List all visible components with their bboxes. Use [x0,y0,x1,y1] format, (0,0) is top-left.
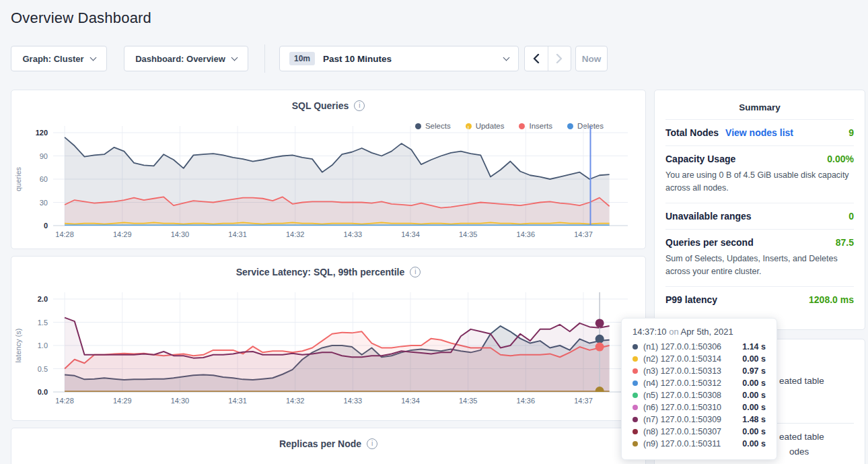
node-series-dot-icon [632,429,638,434]
info-icon[interactable] [354,100,365,111]
svg-text:14:34: 14:34 [401,230,420,238]
tooltip-node-row: (n5) 127.0.0.1:503080.00 s [632,389,766,401]
total-nodes-value: 9 [848,127,854,138]
tooltip-node-row: (n7) 127.0.0.1:503091.48 s [632,413,766,426]
svg-text:14:31: 14:31 [228,397,247,405]
svg-text:30: 30 [40,199,48,207]
capacity-usage-value: 0.00% [827,154,854,164]
time-range-label: Past 10 Minutes [323,54,392,64]
node-latency-value: 1.48 s [742,415,766,424]
tooltip-rows: (n1) 127.0.0.1:503061.14 s(n2) 127.0.0.1… [632,341,766,450]
event-item[interactable]: odes [789,446,809,457]
summary-row-p99: P99 latency 1208.0 ms [665,286,854,312]
sql-queries-title: SQL Queries [11,90,645,111]
svg-text:14:30: 14:30 [171,230,190,238]
summary-row-total-nodes: Total Nodes View nodes list 9 [665,119,854,145]
svg-text:14:37: 14:37 [574,397,593,405]
svg-text:14:31: 14:31 [228,230,247,238]
svg-text:14:37: 14:37 [574,230,593,238]
p99-latency-label: P99 latency [665,294,717,305]
tooltip-node-row: (n6) 127.0.0.1:503100.00 s [632,401,766,413]
info-icon[interactable] [367,438,377,449]
now-button[interactable]: Now [575,46,608,71]
node-address: (n2) 127.0.0.1:50314 [643,354,721,364]
controls-divider [264,44,265,73]
tooltip-node-row: (n2) 127.0.0.1:503140.00 s [632,353,766,365]
node-latency-value: 0.00 s [742,439,766,449]
node-latency-value: 0.00 s [742,391,766,400]
node-series-dot-icon [632,356,638,362]
graph-scope-label: Graph: Cluster [22,54,83,64]
chart-hover-tooltip: 14:37:10 on Apr 5th, 2021 (n1) 127.0.0.1… [621,318,777,460]
summary-heading: Summary [665,97,854,119]
sql-queries-panel: SQL Queries SelectsUpdatesInsertsDeletes… [11,90,646,249]
node-latency-value: 0.00 s [742,427,766,436]
node-address: (n4) 127.0.0.1:50312 [643,378,721,388]
node-latency-value: 0.00 s [742,354,766,364]
service-latency-panel: Service Latency: SQL, 99th percentile 14… [11,256,646,421]
svg-text:0.5: 0.5 [38,365,48,373]
chevron-right-icon [556,54,563,63]
node-latency-value: 1.14 s [742,342,766,352]
page-title: Overview Dashboard [11,9,151,27]
summary-row-qps: Queries per second 87.5 Sum of Selects, … [665,229,854,286]
svg-text:14:29: 14:29 [113,230,132,238]
dashboard-label: Dashboard: Overview [135,54,225,64]
node-latency-value: 0.00 s [742,378,766,388]
svg-text:14:33: 14:33 [344,397,363,405]
service-latency-title: Service Latency: SQL, 99th percentile [11,257,645,277]
tooltip-node-row: (n4) 127.0.0.1:503120.00 s [632,377,766,389]
p99-latency-value: 1208.0 ms [809,294,854,305]
node-address: (n8) 127.0.0.1:50307 [643,427,721,436]
svg-text:14:28: 14:28 [55,230,74,238]
svg-text:14:36: 14:36 [517,230,536,238]
node-address: (n1) 127.0.0.1:50306 [643,342,721,352]
graph-scope-dropdown[interactable]: Graph: Cluster [11,46,107,71]
tooltip-node-row: (n1) 127.0.0.1:503061.14 s [632,341,766,353]
node-address: (n3) 127.0.0.1:50313 [643,366,721,376]
queries-per-second-description: Sum of Selects, Updates, Inserts, and De… [665,253,854,279]
svg-text:14:29: 14:29 [113,397,132,405]
total-nodes-label: Total Nodes [665,127,719,138]
capacity-usage-label: Capacity Usage [665,154,735,164]
next-time-window-button[interactable] [548,46,571,71]
view-nodes-list-link[interactable]: View nodes list [725,127,793,138]
summary-row-unavailable-ranges: Unavailable ranges 0 [665,203,854,229]
svg-text:14:36: 14:36 [517,397,536,405]
node-series-dot-icon [632,405,638,410]
node-series-dot-icon [632,344,638,350]
node-series-dot-icon [632,368,638,374]
replicas-per-node-panel: Replicas per Node [11,428,646,464]
chevron-down-icon [89,54,96,61]
summary-panel: Summary Total Nodes View nodes list 9 Ca… [654,90,865,330]
svg-text:14:34: 14:34 [401,397,420,405]
node-series-dot-icon [632,417,638,422]
chevron-left-icon [533,54,540,63]
svg-text:2.0: 2.0 [38,295,48,303]
info-icon[interactable] [410,267,421,277]
chevron-down-icon [231,54,238,61]
time-range-badge: 10m [289,52,315,65]
service-latency-chart[interactable]: 14:2814:2914:3014:3114:3214:3314:3414:35… [11,289,647,417]
event-item[interactable]: eated table [779,432,824,442]
node-latency-value: 0.00 s [742,403,766,412]
tooltip-node-row: (n8) 127.0.0.1:503070.00 s [632,426,766,438]
time-window-arrows [524,46,571,71]
node-address: (n6) 127.0.0.1:50310 [643,403,721,412]
queries-per-second-value: 87.5 [836,237,854,248]
sql-queries-chart[interactable]: 14:2814:2914:3014:3114:3214:3314:3414:35… [11,123,647,251]
svg-text:60: 60 [40,175,48,183]
svg-text:0.0: 0.0 [38,388,48,396]
event-item[interactable]: eated table [779,376,824,386]
node-series-dot-icon [632,441,638,446]
time-range-dropdown[interactable]: 10m Past 10 Minutes [279,46,519,71]
svg-text:120: 120 [36,129,48,137]
unavailable-ranges-value: 0 [848,211,854,222]
node-latency-value: 0.97 s [742,366,766,376]
previous-time-window-button[interactable] [525,46,548,71]
svg-text:1.0: 1.0 [38,341,48,350]
chevron-down-icon [503,54,510,61]
dashboard-dropdown[interactable]: Dashboard: Overview [124,46,248,71]
tooltip-node-row: (n9) 127.0.0.1:503110.00 s [632,438,766,450]
unavailable-ranges-label: Unavailable ranges [665,211,752,222]
